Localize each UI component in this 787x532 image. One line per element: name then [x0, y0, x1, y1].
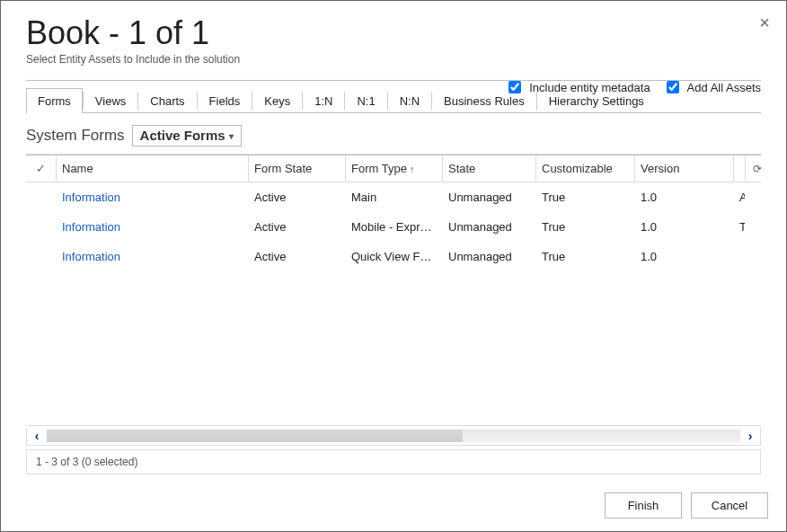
- column-description[interactable]: [734, 155, 746, 182]
- cell-customizable: True: [536, 212, 635, 242]
- tab-underline: [26, 112, 761, 113]
- cell-state: Unmanaged: [443, 242, 536, 271]
- column-name[interactable]: Name: [57, 155, 249, 182]
- page-subtitle: Select Entity Assets to Include in the s…: [26, 53, 761, 66]
- cell-form-state: Active: [249, 212, 346, 242]
- table-row[interactable]: InformationActiveMainUnmanagedTrue1.0A f…: [26, 182, 761, 212]
- cell-form-type: Quick View Form: [346, 242, 443, 271]
- horizontal-scrollbar[interactable]: ‹ ›: [26, 428, 761, 446]
- view-bar: System Forms Active Forms ▾: [26, 125, 761, 146]
- select-all-column[interactable]: ✓: [26, 155, 57, 182]
- tab-charts[interactable]: Charts: [138, 88, 196, 113]
- scroll-left-icon[interactable]: ‹: [27, 429, 47, 443]
- cell-state: Unmanaged: [443, 182, 536, 212]
- add-all-assets-checkbox[interactable]: [667, 81, 679, 93]
- page-title: Book - 1 of 1: [26, 15, 761, 51]
- cell-description: [734, 242, 745, 271]
- refresh-icon: ⟳: [753, 163, 762, 175]
- cell-form-type: Main: [346, 182, 443, 212]
- include-metadata-label: Include entity metadata: [529, 81, 650, 94]
- column-customizable[interactable]: Customizable: [536, 155, 635, 182]
- include-metadata-checkbox[interactable]: [508, 81, 521, 93]
- view-bar-label: System Forms: [26, 127, 125, 145]
- status-bar: 1 - 3 of 3 (0 selected): [26, 449, 761, 474]
- sort-asc-icon: ↑: [410, 164, 415, 174]
- cell-version: 1.0: [635, 242, 734, 271]
- cell-form-type: Mobile - Express: [346, 212, 443, 242]
- cell-version: 1.0: [635, 212, 734, 242]
- scroll-thumb[interactable]: [47, 430, 463, 442]
- table-row[interactable]: InformationActiveQuick View FormUnmanage…: [26, 242, 761, 271]
- finish-button[interactable]: Finish: [605, 492, 682, 519]
- view-dropdown-label: Active Forms: [140, 128, 225, 143]
- cell-spacer: [745, 212, 768, 242]
- refresh-column[interactable]: ⟳: [746, 155, 769, 182]
- table-row[interactable]: InformationActiveMobile - ExpressUnmanag…: [26, 212, 761, 242]
- scroll-track[interactable]: [47, 430, 740, 442]
- view-dropdown[interactable]: Active Forms ▾: [132, 125, 242, 146]
- grid-body: InformationActiveMainUnmanagedTrue1.0A f…: [26, 182, 761, 425]
- chevron-down-icon: ▾: [229, 131, 234, 141]
- cell-version: 1.0: [635, 182, 734, 212]
- column-state[interactable]: State: [443, 155, 536, 182]
- tab-views[interactable]: Views: [84, 88, 137, 113]
- grid: ✓ Name Form State Form Type↑ State Custo…: [26, 154, 761, 426]
- add-all-assets-option[interactable]: Add All Assets: [663, 78, 761, 96]
- cell-customizable: True: [536, 182, 635, 212]
- dialog-footer: Finish Cancel: [1, 480, 786, 531]
- close-icon[interactable]: ×: [759, 13, 770, 31]
- add-all-assets-label: Add All Assets: [687, 81, 761, 94]
- cell-form-state: Active: [249, 242, 346, 271]
- row-checkbox[interactable]: [26, 242, 57, 271]
- column-form-type[interactable]: Form Type↑: [346, 155, 443, 182]
- tab-n-1[interactable]: N:1: [345, 88, 386, 113]
- tab-fields[interactable]: Fields: [198, 88, 252, 113]
- dialog-header: Book - 1 of 1 Select Entity Assets to In…: [1, 1, 786, 69]
- tab-keys[interactable]: Keys: [252, 88, 302, 113]
- form-link[interactable]: Information: [62, 250, 120, 263]
- column-version[interactable]: Version: [635, 155, 734, 182]
- cell-description: A fo: [734, 182, 745, 212]
- tab-1-n[interactable]: 1:N: [303, 88, 344, 113]
- cell-spacer: [745, 182, 768, 212]
- tab-forms[interactable]: Forms: [26, 88, 83, 113]
- tab-n-n[interactable]: N:N: [388, 88, 431, 113]
- dialog-window: × Book - 1 of 1 Select Entity Assets to …: [0, 0, 787, 532]
- cancel-button[interactable]: Cancel: [691, 492, 768, 519]
- cell-description: This: [734, 212, 745, 242]
- form-link[interactable]: Information: [62, 220, 120, 234]
- row-checkbox[interactable]: [26, 212, 57, 242]
- scroll-right-icon[interactable]: ›: [740, 429, 760, 443]
- checkmark-icon: ✓: [36, 162, 46, 175]
- cell-form-state: Active: [249, 182, 346, 212]
- form-link[interactable]: Information: [62, 191, 120, 204]
- cell-state: Unmanaged: [443, 212, 536, 242]
- cell-spacer: [745, 242, 768, 271]
- grid-header: ✓ Name Form State Form Type↑ State Custo…: [26, 155, 761, 182]
- include-metadata-option[interactable]: Include entity metadata: [505, 78, 650, 96]
- header-options: Include entity metadata Add All Assets: [505, 78, 761, 96]
- column-form-state[interactable]: Form State: [249, 155, 346, 182]
- cell-customizable: True: [536, 242, 635, 271]
- row-checkbox[interactable]: [26, 182, 57, 212]
